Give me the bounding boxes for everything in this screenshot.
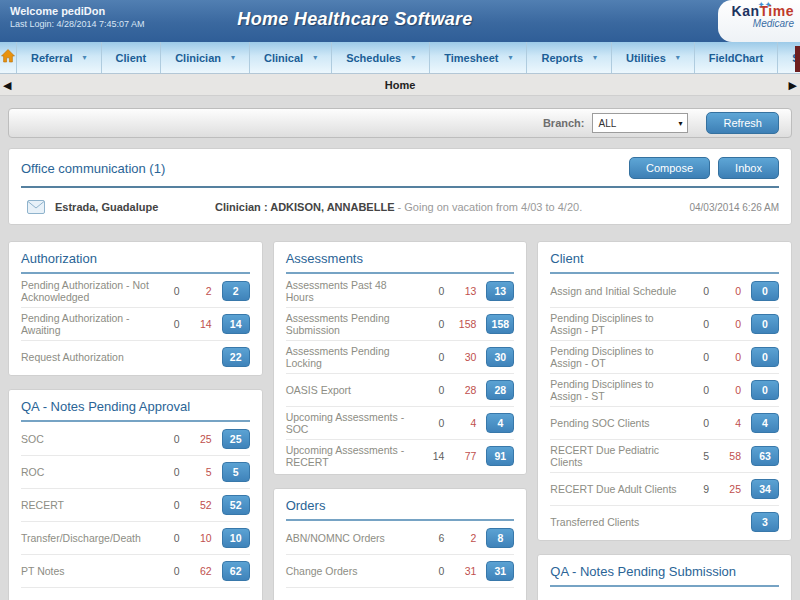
row-count-badge[interactable]: 25 xyxy=(222,429,250,449)
row-count-badge[interactable]: 28 xyxy=(486,380,514,400)
row-count-badge[interactable]: 0 xyxy=(751,380,779,400)
panel-row: SOC 0 25 25 xyxy=(21,422,250,455)
scroll-left-icon[interactable]: ◀ xyxy=(3,78,11,92)
row-count-badge[interactable]: 14 xyxy=(222,314,250,334)
row-label: Assessments Past 48 Hours xyxy=(286,279,419,303)
row-label: RECERT Due Pediatric Clients xyxy=(550,444,683,468)
row-count-badge[interactable]: 8 xyxy=(486,528,514,548)
row-count-badge[interactable]: 0 xyxy=(751,314,779,334)
branch-toolbar: Branch: ALL ▾ Refresh xyxy=(8,108,792,138)
logo-stars-icon: ✦✦ xyxy=(758,0,772,12)
panel-row: RECERT Due Adult Clients 9 25 34 xyxy=(550,472,779,505)
row-count-badge[interactable]: 2 xyxy=(222,281,250,301)
authorization-panel: Authorization Pending Authorization - No… xyxy=(8,241,263,376)
nav-item-label: Client xyxy=(116,52,147,64)
row-count-badge[interactable]: 22 xyxy=(222,347,250,367)
row-count-badge[interactable]: 4 xyxy=(751,413,779,433)
panel-row: ROC 0 5 5 xyxy=(21,455,250,488)
qa-notes-pending-approval-panel: QA - Notes Pending Approval SOC 0 25 25 … xyxy=(8,389,263,600)
row-label: Pending Disciplines to Assign - OT xyxy=(550,345,683,369)
orders-panel: Orders ABN/NOMNC Orders 6 2 8 Change Ord… xyxy=(273,488,528,600)
nav-item[interactable]: Schedules ▾ xyxy=(332,42,430,73)
breadcrumb-bar: ◀ Home ▶ xyxy=(0,74,800,96)
row-label: Transfer/Discharge/Death xyxy=(21,532,154,544)
row-count-badge[interactable]: 0 xyxy=(751,281,779,301)
row-count-gray: 0 xyxy=(418,565,444,577)
nav-item[interactable]: Client xyxy=(102,42,162,73)
nav-item[interactable]: FieldChart xyxy=(695,42,778,73)
assessments-panel: Assessments Assessments Past 48 Hours 0 … xyxy=(273,241,528,475)
nav-item-label: Schedules xyxy=(346,52,401,64)
message-row[interactable]: Estrada, Guadalupe Clinician : ADKISON, … xyxy=(21,200,779,214)
row-count-badge[interactable]: 5 xyxy=(222,462,250,482)
row-count-badge[interactable]: 13 xyxy=(486,281,514,301)
panel-row: PT Notes 0 62 62 xyxy=(21,554,250,587)
inbox-button[interactable]: Inbox xyxy=(718,157,779,179)
row-label: Pending Disciplines to Assign - PT xyxy=(550,312,683,336)
panel-row: Pending Disciplines to Assign - PT 0 0 0 xyxy=(550,307,779,340)
row-count-badge[interactable]: 34 xyxy=(751,479,779,499)
row-count-red: 5 xyxy=(180,466,212,478)
row-count-gray: 0 xyxy=(683,318,709,330)
dashboard-column-2: Assessments Assessments Past 48 Hours 0 … xyxy=(273,241,528,600)
row-count-red: 2 xyxy=(180,285,212,297)
nav-item[interactable]: Clinical ▾ xyxy=(250,42,332,73)
chevron-down-icon: ▾ xyxy=(313,53,317,62)
row-count-red: 30 xyxy=(444,351,476,363)
qa-notes-pending-submission-panel: QA - Notes Pending Submission xyxy=(537,554,792,600)
row-count-red: 4 xyxy=(444,417,476,429)
panel-row: OASIS Export 0 28 28 xyxy=(286,373,515,406)
client-title: Client xyxy=(550,242,779,274)
row-count-gray: 14 xyxy=(418,450,444,462)
row-count-badge[interactable]: 0 xyxy=(751,347,779,367)
nav-item[interactable]: Utilities ▾ xyxy=(612,42,695,73)
row-count-gray: 0 xyxy=(154,318,180,330)
row-count-red: 28 xyxy=(444,384,476,396)
panel-row: ABN/NOMNC Orders 6 2 8 xyxy=(286,521,515,554)
compose-button[interactable]: Compose xyxy=(629,157,710,179)
panel-row: Pending Authorization - Not Acknowledged… xyxy=(21,274,250,307)
row-count-badge[interactable]: 10 xyxy=(222,528,250,548)
row-count-badge[interactable]: 62 xyxy=(222,561,250,581)
row-count-gray: 0 xyxy=(418,384,444,396)
row-count-red: 13 xyxy=(444,285,476,297)
nav-item[interactable]: Reports ▾ xyxy=(527,42,612,73)
row-label: SOC xyxy=(21,433,154,445)
panel-row xyxy=(286,587,515,600)
row-count-gray: 0 xyxy=(154,466,180,478)
orders-title: Orders xyxy=(286,489,515,521)
row-count-badge[interactable]: 31 xyxy=(486,561,514,581)
row-label: Upcoming Assessments - SOC xyxy=(286,411,419,435)
row-count-red: 2 xyxy=(444,532,476,544)
nav-item-label: FieldChart xyxy=(709,52,763,64)
nav-item[interactable]: Timesheet ▾ xyxy=(430,42,527,73)
kantime-logo: ✦✦KanTime Medicare xyxy=(718,0,800,42)
row-count-badge[interactable]: 30 xyxy=(486,347,514,367)
branch-select[interactable]: ALL ▾ xyxy=(592,113,688,133)
scroll-right-icon[interactable]: ▶ xyxy=(789,78,797,92)
row-count-gray: 0 xyxy=(418,417,444,429)
row-count-red: 25 xyxy=(709,483,741,495)
nav-item[interactable]: Referral ▾ xyxy=(17,42,102,73)
nav-home-button[interactable] xyxy=(0,42,17,73)
row-count-badge[interactable]: 63 xyxy=(751,446,779,466)
row-count-badge[interactable]: 52 xyxy=(222,495,250,515)
row-label: PT Notes xyxy=(21,565,154,577)
panel-row: Upcoming Assessments - SOC 0 4 4 xyxy=(286,406,515,439)
panel-row: Transferred Clients 3 xyxy=(550,505,779,538)
refresh-button[interactable]: Refresh xyxy=(706,112,779,134)
row-count-badge[interactable]: 158 xyxy=(486,314,514,334)
row-label: Upcoming Assessments - RECERT xyxy=(286,444,419,468)
row-count-badge[interactable]: 3 xyxy=(751,512,779,532)
authorization-title: Authorization xyxy=(21,242,250,274)
row-label: Change Orders xyxy=(286,565,419,577)
nav-item[interactable]: Clinician ▾ xyxy=(161,42,250,73)
chevron-down-icon: ▾ xyxy=(231,53,235,62)
client-panel: Client Assign and Initial Schedule 0 0 0… xyxy=(537,241,792,541)
row-count-badge[interactable]: 4 xyxy=(486,413,514,433)
panel-row xyxy=(21,587,250,600)
panel-row: Request Authorization 22 xyxy=(21,340,250,373)
row-count-badge[interactable]: 91 xyxy=(486,446,514,466)
row-label: Request Authorization xyxy=(21,351,154,363)
panel-row: Pending Disciplines to Assign - ST 0 0 0 xyxy=(550,373,779,406)
